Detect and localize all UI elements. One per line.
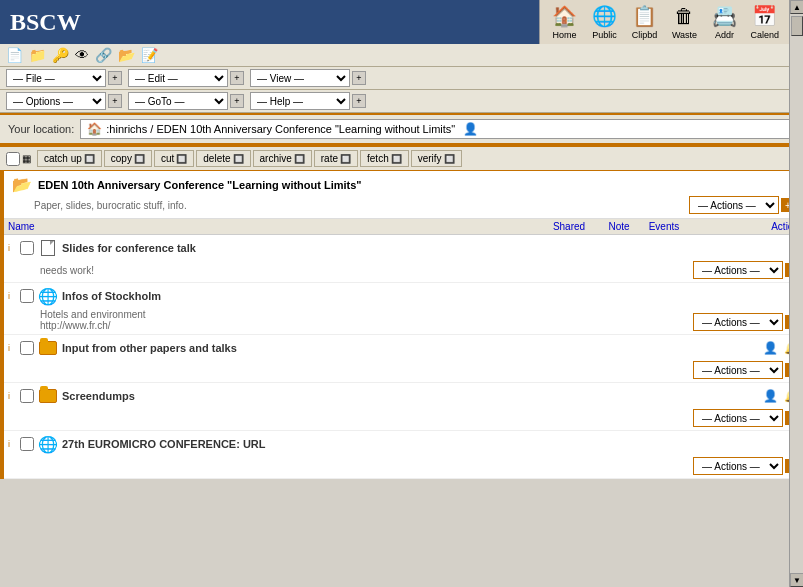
list-item: i Slides for conference talk ✏ needs wor… [4,235,803,283]
file-dropdown[interactable]: — File — [6,69,106,87]
item-check-slides[interactable] [20,241,34,255]
archive-label: archive [260,153,292,164]
location-bar: Your location: 🏠 :hinrichs / EDEN 10th A… [0,113,803,145]
copy-label: copy [111,153,132,164]
input-icon [38,338,58,358]
item-check-input[interactable] [20,341,34,355]
rate-button[interactable]: rate 🔲 [314,150,358,167]
catch-up-icon: 🔲 [84,154,95,164]
list-item: i Screendumps 👤 🔔 — Actions — + [4,383,803,431]
scroll-up-btn[interactable]: ▲ [790,0,803,14]
location-end-icon: 👤 [463,122,478,136]
verify-button[interactable]: verify 🔲 [411,150,462,167]
folder-actions-dropdown[interactable]: — Actions — [689,196,779,214]
copy-button[interactable]: copy 🔲 [104,150,152,167]
item-row-euromicro: i 🌐 27th EUROMICRO CONFERENCE: URL [4,431,803,457]
archive-icon: 🔲 [294,154,305,164]
item-actions-euromicro[interactable]: — Actions — [693,457,783,475]
item-actions-infos[interactable]: — Actions — [693,313,783,331]
home-button[interactable]: 🏠 Home [544,0,584,42]
item-name-screendumps[interactable]: Screendumps [62,390,685,402]
icon4[interactable]: 👁 [75,47,89,63]
options-expand-btn[interactable]: + [108,94,122,108]
goto-dropdown-group: — GoTo — + [128,92,244,110]
item-subtitle-slides: needs work! [40,265,94,276]
delete-icon: 🔲 [233,154,244,164]
folder-header: 📂 EDEN 10th Anniversary Conference "Lear… [4,171,803,219]
shared-icon-screendumps: 👤 [763,389,778,403]
icon3[interactable]: 🔑 [52,47,69,63]
delete-label: delete [203,153,230,164]
item-name-input[interactable]: Input from other papers and talks [62,342,685,354]
location-label: Your location: [8,123,74,135]
folder-title: EDEN 10th Anniversary Conference "Learni… [38,179,362,191]
action-toolbar: ▦ catch up 🔲 copy 🔲 cut 🔲 delete 🔲 archi… [0,145,803,171]
item-actions-screendumps[interactable]: — Actions — [693,409,783,427]
icon7[interactable]: 📝 [141,47,158,63]
edit-dropdown[interactable]: — Edit — [128,69,228,87]
shared-icon-input: 👤 [763,341,778,355]
verify-icon: 🔲 [444,154,455,164]
clipbd-button[interactable]: 📋 Clipbd [624,0,664,42]
waste-button[interactable]: 🗑 Waste [664,0,704,42]
col-note-header: Note [599,221,639,232]
dropdown-row-2: — Options — + — GoTo — + — Help — + [0,90,803,113]
archive-button[interactable]: archive 🔲 [253,150,312,167]
item-check-infos[interactable] [20,289,34,303]
options-dropdown[interactable]: — Options — [6,92,106,110]
view-dropdown-group: — View — + [250,69,366,87]
edit-expand-btn[interactable]: + [230,71,244,85]
icon2[interactable]: 📁 [29,47,46,63]
addr-icon: 📇 [710,2,738,30]
item-check-screendumps[interactable] [20,389,34,403]
sel-icon: ▦ [22,153,31,164]
home-label: Home [552,30,576,40]
calend-button[interactable]: 📅 Calend [744,0,785,42]
fetch-button[interactable]: fetch 🔲 [360,150,409,167]
catch-up-label: catch up [44,153,82,164]
scrollbar[interactable]: ▲ ▼ [789,0,803,587]
addr-button[interactable]: 📇 Addr [704,0,744,42]
rate-label: rate [321,153,338,164]
item-actions-slides[interactable]: — Actions — [693,261,783,279]
icon6[interactable]: 📂 [118,47,135,63]
options-dropdown-group: — Options — + [6,92,122,110]
item-name-euromicro[interactable]: 27th EUROMICRO CONFERENCE: URL [62,438,685,450]
clipbd-icon: 📋 [630,2,658,30]
item-name-slides[interactable]: Slides for conference talk [62,242,685,254]
location-text: :hinrichs / EDEN 10th Anniversary Confer… [106,123,455,135]
main-content: 📂 EDEN 10th Anniversary Conference "Lear… [0,171,803,479]
public-button[interactable]: 🌐 Public [584,0,624,42]
slides-icon [38,238,58,258]
item-name-infos[interactable]: Infos of Stockholm [62,290,685,302]
select-all-checkbox[interactable] [6,152,20,166]
item-info-euromicro: i [8,439,16,449]
addr-label: Addr [715,30,734,40]
file-expand-btn[interactable]: + [108,71,122,85]
icon1[interactable]: 📄 [6,47,23,63]
delete-button[interactable]: delete 🔲 [196,150,250,167]
goto-dropdown[interactable]: — GoTo — [128,92,228,110]
waste-icon: 🗑 [670,2,698,30]
item-info-infos: i [8,291,16,301]
infos-icon: 🌐 [38,286,58,306]
item-row-slides: i Slides for conference talk ✏ [4,235,803,261]
help-dropdown[interactable]: — Help — [250,92,350,110]
public-label: Public [592,30,617,40]
help-dropdown-group: — Help — + [250,92,366,110]
item-check-euromicro[interactable] [20,437,34,451]
col-name-header: Name [8,221,539,232]
catch-up-button[interactable]: catch up 🔲 [37,150,102,167]
help-expand-btn[interactable]: + [352,94,366,108]
cut-button[interactable]: cut 🔲 [154,150,194,167]
list-item: i 🌐 27th EUROMICRO CONFERENCE: URL — Act… [4,431,803,479]
header-bar: BSCW 🏠 Home 🌐 Public 📋 Clipbd 🗑 Waste 📇 … [0,0,803,44]
goto-expand-btn[interactable]: + [230,94,244,108]
icon5[interactable]: 🔗 [95,47,112,63]
scroll-thumb[interactable] [791,16,803,36]
scroll-down-btn[interactable]: ▼ [790,573,803,587]
view-dropdown[interactable]: — View — [250,69,350,87]
item-actions-input[interactable]: — Actions — [693,361,783,379]
view-expand-btn[interactable]: + [352,71,366,85]
folder-subtitle: Paper, slides, burocratic stuff, info. [12,200,187,211]
